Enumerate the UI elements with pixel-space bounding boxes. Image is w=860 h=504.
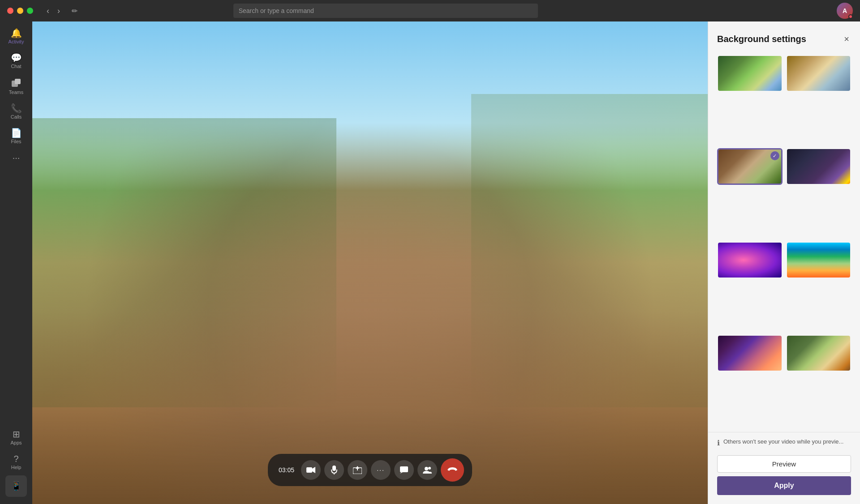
camera-button[interactable] (301, 460, 321, 480)
call-timer: 03:05 (275, 466, 298, 474)
sidebar-item-chat[interactable]: 💬 Chat (0, 50, 32, 73)
nav-buttons: ‹ › (44, 4, 63, 17)
thumbnail-image-8 (787, 336, 851, 371)
traffic-lights (7, 8, 33, 14)
background-thumbnail-5[interactable] (717, 242, 783, 278)
svg-point-11 (428, 467, 431, 470)
search-placeholder: Search or type a command (239, 7, 314, 14)
compose-button[interactable]: ✏ (68, 5, 81, 17)
panel-title: Background settings (717, 34, 806, 44)
svg-marker-9 (400, 472, 403, 474)
files-icon: 📄 (11, 128, 22, 137)
thumbnail-image-2 (787, 56, 851, 91)
background-thumbnail-7[interactable] (717, 335, 783, 372)
thumbnail-image-5 (718, 243, 782, 278)
device-icon: 📱 (11, 481, 22, 491)
panel-header: Background settings × (708, 21, 860, 53)
thumbnail-image-1 (718, 56, 782, 91)
sidebar-item-teams[interactable]: Teams (0, 74, 32, 98)
maximize-traffic-light[interactable] (27, 8, 33, 14)
svg-point-10 (425, 467, 428, 470)
participants-button[interactable] (417, 460, 437, 480)
video-content (32, 21, 708, 504)
thumbnails-grid: ✓ (708, 53, 860, 432)
sidebar-item-apps[interactable]: ⊞ Apps (0, 426, 32, 449)
search-bar[interactable]: Search or type a command (233, 4, 538, 18)
sidebar-item-help[interactable]: ? Help (0, 451, 32, 474)
thumbnail-image-6 (787, 243, 851, 278)
call-controls: 03:05 ··· (268, 454, 472, 486)
minimize-traffic-light[interactable] (17, 8, 23, 14)
svg-rect-2 (306, 467, 312, 473)
sidebar-item-label: Activity (9, 39, 24, 44)
info-text-area: ℹ Others won't see your video while you … (717, 438, 851, 448)
selected-checkmark: ✓ (770, 151, 779, 160)
activity-icon: 🔔 (11, 29, 22, 38)
apply-button[interactable]: Apply (717, 476, 851, 495)
sidebar-item-label: Calls (11, 114, 22, 120)
help-icon: ? (13, 454, 18, 463)
background-thumbnail-8[interactable] (786, 335, 851, 372)
mic-button[interactable] (324, 460, 344, 480)
background-thumbnail-3[interactable]: ✓ (717, 148, 783, 185)
sidebar-item-files[interactable]: 📄 Files (0, 125, 32, 148)
apps-icon: ⊞ (13, 430, 20, 439)
sidebar-item-activity[interactable]: 🔔 Activity (0, 25, 32, 48)
svg-rect-1 (15, 79, 21, 84)
sidebar-item-label: Apps (10, 440, 22, 445)
device-button[interactable]: 📱 (5, 475, 27, 497)
sidebar-item-label: Teams (9, 90, 23, 95)
thumbnail-image-7 (718, 336, 782, 371)
avatar[interactable]: A (837, 3, 853, 19)
panel-footer: ℹ Others won't see your video while you … (708, 432, 860, 504)
avatar-initials: A (843, 7, 847, 14)
close-panel-button[interactable]: × (842, 32, 851, 46)
teams-icon (11, 78, 21, 88)
video-area: 03:05 ··· (32, 21, 708, 504)
sidebar-item-label: Chat (11, 64, 21, 69)
end-call-button[interactable] (441, 458, 464, 482)
background-thumbnail-4[interactable] (786, 148, 851, 185)
forward-button[interactable]: › (55, 4, 63, 17)
sidebar-bottom: ⊞ Apps ? Help 📱 (0, 426, 32, 500)
preview-button[interactable]: Preview (717, 455, 851, 473)
sidebar-item-calls[interactable]: 📞 Calls (0, 100, 32, 123)
back-button[interactable]: ‹ (44, 4, 52, 17)
svg-rect-8 (400, 466, 408, 472)
info-icon: ℹ (717, 438, 720, 448)
thumbnail-image-4 (787, 149, 851, 184)
main-layout: 🔔 Activity 💬 Chat Teams 📞 Calls 📄 Files (0, 21, 860, 504)
close-traffic-light[interactable] (7, 8, 13, 14)
share-screen-button[interactable] (348, 460, 367, 480)
calls-icon: 📞 (11, 104, 22, 113)
sidebar-item-label: Files (11, 139, 21, 144)
more-icon: ··· (13, 153, 20, 162)
sidebar-item-label: Help (11, 465, 22, 470)
chat-button[interactable] (394, 460, 414, 480)
background-thumbnail-2[interactable] (786, 55, 851, 92)
svg-marker-3 (312, 467, 315, 473)
chat-icon: 💬 (11, 53, 22, 62)
svg-marker-7 (356, 466, 359, 470)
titlebar: ‹ › ✏ Search or type a command A (0, 0, 860, 21)
more-dots: ··· (377, 466, 385, 474)
background-thumbnail-6[interactable] (786, 242, 851, 278)
avatar-status-dot (848, 14, 853, 19)
svg-rect-4 (332, 466, 336, 471)
more-options-button[interactable]: ··· (371, 460, 391, 480)
sidebar-item-more[interactable]: ··· (0, 149, 32, 166)
sidebar: 🔔 Activity 💬 Chat Teams 📞 Calls 📄 Files (0, 21, 32, 504)
background-thumbnail-1[interactable] (717, 55, 783, 92)
background-settings-panel: Background settings × ✓ (708, 21, 860, 504)
info-message: Others won't see your video while you pr… (723, 438, 843, 446)
